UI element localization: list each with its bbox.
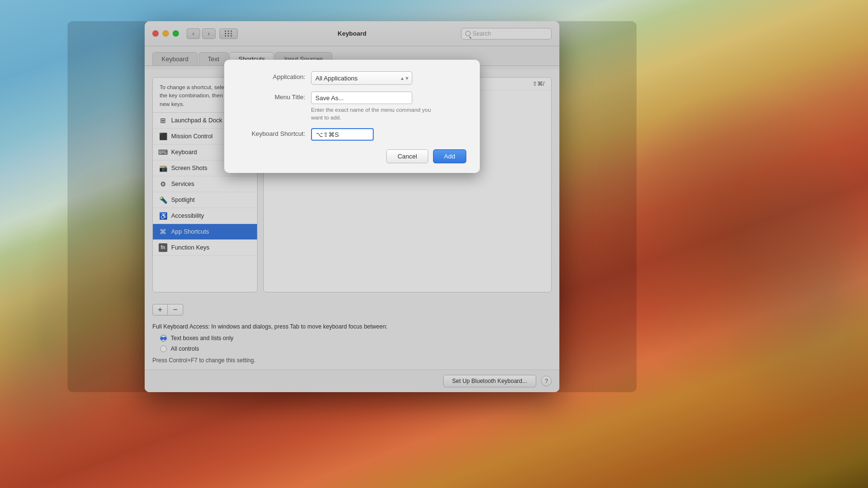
keyboard-shortcut-label: Keyboard Shortcut: [238,128,305,137]
keyboard-preferences-window: ‹ › Keyboard Search Keyboard Text Shortc… [145,21,559,392]
keyboard-shortcut-control: ⌥⇧⌘S [311,128,466,141]
application-label: Application: [238,71,305,80]
application-select-wrapper: All Applications Other... ▲▼ [311,71,412,85]
shortcut-value-display: ⌥⇧⌘S [316,131,339,138]
input-hint: Enter the exact name of the menu command… [311,106,432,121]
application-row: Application: All Applications Other... ▲… [238,71,466,85]
keyboard-shortcut-input[interactable]: ⌥⇧⌘S [311,128,374,141]
application-control: All Applications Other... ▲▼ [311,71,466,85]
modal-cancel-button[interactable]: Cancel [386,149,428,163]
add-shortcut-modal: Application: All Applications Other... ▲… [224,60,480,173]
menu-title-label: Menu Title: [238,92,305,101]
modal-buttons: Cancel Add [238,149,466,163]
keyboard-shortcut-row: Keyboard Shortcut: ⌥⇧⌘S [238,128,466,141]
menu-title-row: Menu Title: Enter the exact name of the … [238,92,466,121]
modal-overlay: Application: All Applications Other... ▲… [68,21,637,392]
modal-add-button[interactable]: Add [433,149,466,163]
application-select[interactable]: All Applications Other... [311,71,412,85]
menu-title-input[interactable] [311,92,412,104]
menu-title-control: Enter the exact name of the menu command… [311,92,466,121]
